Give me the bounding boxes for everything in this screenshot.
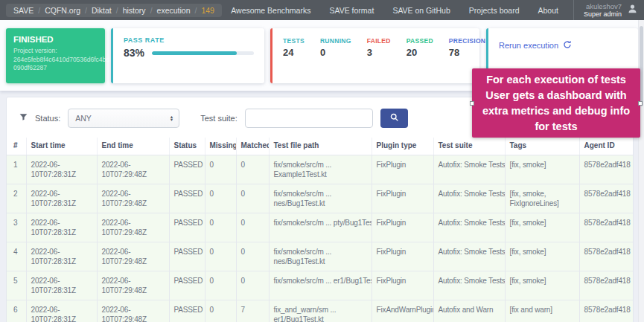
table-cell: FixPlugin [372, 213, 433, 242]
table-cell: Autofix: Smoke Tests [433, 271, 505, 300]
breadcrumb-item[interactable]: Diktat [92, 6, 112, 15]
column-header: End time [97, 138, 169, 155]
table-cell: fix/smoke/src/m ... nes/Bug1Test.kt [269, 184, 372, 213]
table-cell: 7 [236, 300, 269, 322]
test-suite-filter-label: Test suite: [200, 114, 237, 123]
breadcrumb-item[interactable]: SAVE [13, 6, 34, 15]
breadcrumb-separator: / [150, 6, 153, 15]
stat-running: RUNNING0 [320, 37, 351, 83]
table-cell: PASSED [169, 184, 205, 213]
table-cell: 8578e2adf418 [579, 242, 633, 271]
table-row[interactable]: 12022-06- 10T07:28:31Z2022-06- 10T07:29:… [7, 155, 633, 184]
table-cell: Autofix and Warn [433, 300, 505, 322]
table-cell: fix_and_warn/sm ... er1/Bug1Test.kt [269, 300, 372, 322]
table-cell: 5 [7, 271, 26, 300]
table-cell: 2022-06- 10T07:29:48Z [97, 155, 169, 184]
nav-link[interactable]: Awesome Benchmarks [231, 6, 310, 15]
table-cell: Autofix: Smoke Tests [433, 184, 505, 213]
table-cell: 3 [7, 213, 26, 242]
vertical-scrollbar[interactable] [638, 20, 644, 322]
pass-rate-progressbar [152, 51, 254, 55]
stat-value: 24 [283, 47, 305, 58]
nav-links: Awesome BenchmarksSAVE formatSAVE on Git… [231, 6, 558, 15]
project-version-hash-line2: 090df62287 [13, 64, 98, 73]
table-cell: 0 [205, 271, 236, 300]
table-cell: 0 [236, 242, 269, 271]
table-cell: 2022-06- 10T07:28:31Z [26, 213, 97, 242]
table-cell: 1 [7, 155, 26, 184]
table-cell: 2 [7, 184, 26, 213]
navbar: SAVE/CQFN.org/Diktat/history/execution/1… [0, 0, 644, 20]
column-header: Test file path [269, 138, 372, 155]
table-cell: FixAndWarnPlugin [372, 300, 433, 322]
table-cell: 8578e2adf418 [579, 155, 633, 184]
table-cell: 0 [205, 155, 236, 184]
breadcrumb-separator: / [195, 6, 197, 15]
annotation-resize-handle-right[interactable] [638, 101, 643, 106]
annotation-resize-handle-left[interactable] [470, 101, 474, 106]
table-cell: 0 [236, 271, 269, 300]
nav-link[interactable]: About [538, 6, 558, 15]
breadcrumb-item[interactable]: execution [157, 6, 191, 15]
table-cell: 2022-06- 10T07:29:48Z [97, 213, 169, 242]
breadcrumb-separator: / [85, 6, 87, 15]
table-row[interactable]: 42022-06- 10T07:28:31Z2022-06- 10T07:29:… [7, 242, 633, 271]
user-name: akuleshov7 [584, 2, 622, 10]
table-cell: FixPlugin [372, 155, 433, 184]
nav-link[interactable]: SAVE format [329, 6, 374, 15]
stat-failed: FAILED3 [367, 37, 391, 83]
status-select[interactable]: ANY ▲▼ [68, 109, 179, 128]
stat-passed: PASSED20 [407, 37, 433, 83]
refresh-icon[interactable] [563, 40, 572, 51]
stat-label: PASSED [407, 37, 433, 45]
test-suite-input[interactable] [245, 109, 373, 128]
rerun-execution-button[interactable]: Rerun execution [499, 40, 572, 51]
user-info: akuleshov7 Super admin [584, 2, 622, 19]
search-icon[interactable] [389, 112, 399, 124]
table-row[interactable]: 52022-06- 10T07:28:31Z2022-06- 10T07:29:… [7, 271, 633, 300]
annotation-box[interactable]: For each execution of tests User gets a … [472, 68, 640, 138]
table-cell: 6 [7, 300, 26, 322]
table-row[interactable]: 32022-06- 10T07:28:31Z2022-06- 10T07:29:… [7, 213, 633, 242]
table-cell: [fix and warn] [505, 300, 579, 322]
breadcrumb: SAVE/CQFN.org/Diktat/history/execution/1… [6, 4, 222, 17]
table-cell: [fix, smoke] [505, 242, 579, 271]
project-version-hash-line1: 264e5feb8f4c6410d70536d6fc4bdf [13, 56, 98, 65]
table-cell: FixPlugin [372, 184, 433, 213]
project-version-caption: Project version: [13, 47, 98, 56]
user-avatar-icon [627, 3, 638, 17]
stat-label: RUNNING [320, 37, 351, 45]
column-header: Plugin type [372, 138, 433, 155]
table-cell: 2022-06- 10T07:28:31Z [26, 155, 97, 184]
breadcrumb-separator: / [38, 6, 40, 15]
search-button[interactable] [380, 109, 408, 128]
table-cell: FixPlugin [372, 242, 433, 271]
table-cell: fix/smoke/src/m ... Example1Test.kt [269, 155, 372, 184]
table-cell: PASSED [169, 271, 205, 300]
rerun-label[interactable]: Rerun execution [499, 41, 558, 50]
table-row[interactable]: 22022-06- 10T07:28:31Z2022-06- 10T07:29:… [7, 184, 633, 213]
breadcrumb-item[interactable]: CQFN.org [45, 6, 80, 15]
table-row[interactable]: 62022-06- 10T07:28:31Z2022-06- 10T07:29:… [7, 300, 633, 322]
filter-icon [19, 112, 28, 125]
table-cell: Autofix: Smoke Tests [433, 155, 505, 184]
stat-label: PRECISION [449, 37, 485, 45]
nav-link[interactable]: Projects board [469, 6, 520, 15]
select-stepper-icon[interactable]: ▲▼ [170, 115, 173, 122]
user-menu[interactable]: akuleshov7 Super admin [573, 0, 638, 20]
table-cell: PASSED [169, 300, 205, 322]
status-filter-label: Status: [35, 114, 60, 123]
breadcrumb-item[interactable]: history [123, 6, 146, 15]
table-cell: 2022-06- 10T07:28:31Z [26, 184, 97, 213]
status-select-value[interactable]: ANY [75, 114, 170, 123]
table-cell: 0 [236, 213, 269, 242]
column-header: Status [169, 138, 205, 155]
stat-tests: TESTS24 [283, 37, 305, 83]
table-cell: 0 [236, 184, 269, 213]
stat-value: 78 [449, 47, 485, 58]
table-cell: Autofix: Smoke Tests [433, 242, 505, 271]
table-cell: PASSED [169, 242, 205, 271]
breadcrumb-item[interactable]: 149 [201, 6, 214, 15]
nav-link[interactable]: SAVE on GitHub [392, 6, 450, 15]
table-cell: 0 [205, 300, 236, 322]
